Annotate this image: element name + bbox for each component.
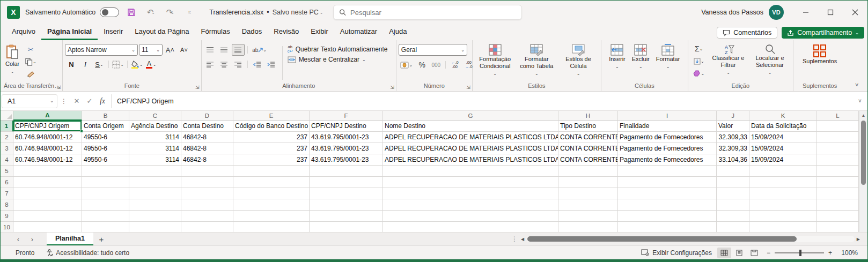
autosum-button[interactable]: Σ⌄ — [690, 43, 708, 55]
cell-I8[interactable] — [618, 199, 717, 211]
cell-G9[interactable] — [383, 211, 558, 222]
scroll-left-icon[interactable]: ◀ — [521, 237, 524, 242]
page-break-view-button[interactable] — [747, 248, 761, 258]
cell-K2[interactable]: 15/09/2024 — [749, 132, 817, 143]
row-header-9[interactable]: 9 — [1, 211, 13, 222]
cell-F10[interactable] — [310, 222, 383, 232]
save-button[interactable] — [124, 5, 138, 19]
cell-J8[interactable] — [717, 199, 749, 211]
tab-dados[interactable]: Dados — [236, 25, 268, 40]
cut-button[interactable]: ✂ — [24, 43, 37, 55]
cell-D3[interactable]: 46842-8 — [181, 143, 233, 154]
row-header-3[interactable]: 3 — [1, 143, 13, 154]
confirm-entry-button[interactable]: ✓ — [83, 95, 96, 108]
cell-D7[interactable] — [181, 188, 233, 199]
cell-J9[interactable] — [717, 211, 749, 222]
wrap-text-button[interactable]: abc↩ Quebrar Texto Automaticamente — [288, 45, 388, 54]
fill-button[interactable]: ⌄ — [690, 55, 708, 67]
column-header-J[interactable]: J — [717, 111, 749, 121]
decrease-font-button[interactable]: A˅ — [178, 44, 190, 56]
zoom-out-button[interactable]: − — [767, 249, 770, 257]
close-button[interactable] — [843, 1, 867, 24]
cell-H3[interactable]: CONTA CORRENTE — [558, 143, 618, 154]
cell-A3[interactable]: 60.746.948/0001-12 — [13, 143, 82, 154]
cell-A10[interactable] — [13, 222, 82, 232]
column-header-B[interactable]: B — [82, 111, 129, 121]
next-sheet-button[interactable]: › — [25, 235, 39, 243]
cell-F1[interactable]: CPF/CNPJ Destino — [310, 121, 383, 132]
page-layout-view-button[interactable] — [732, 248, 746, 258]
cell-I10[interactable] — [618, 222, 717, 232]
cell-L1[interactable] — [817, 121, 859, 132]
paste-button[interactable]: Colar ⌄ — [3, 42, 22, 77]
cell-B3[interactable]: 49550-6 — [82, 143, 129, 154]
cell-H7[interactable] — [558, 188, 618, 199]
vertical-scrollbar[interactable]: ▲ — [859, 111, 867, 232]
cell-L9[interactable] — [817, 211, 859, 222]
borders-button[interactable]: ⌄ — [112, 58, 124, 70]
zoom-level[interactable]: 100% — [837, 249, 858, 257]
cell-E2[interactable]: 237 — [233, 132, 310, 143]
cell-E8[interactable] — [233, 199, 310, 211]
collapse-ribbon-button[interactable]: ˅ — [855, 81, 858, 88]
align-middle-button[interactable] — [218, 44, 231, 56]
cell-F3[interactable]: 43.619.795/0001-23 — [310, 143, 383, 154]
cell-F8[interactable] — [310, 199, 383, 211]
horizontal-scroll-thumb[interactable] — [527, 236, 797, 242]
column-header-L[interactable]: L — [817, 111, 859, 121]
cell-J4[interactable]: 33.104,36 — [717, 154, 749, 166]
align-left-button[interactable] — [204, 58, 217, 70]
font-name-select[interactable]: Aptos Narrow⌄ — [65, 44, 138, 56]
cell-C6[interactable] — [129, 177, 181, 188]
cell-G10[interactable] — [383, 222, 558, 232]
clear-button[interactable]: ⌄ — [690, 68, 708, 79]
cell-G3[interactable]: ADPEL RECUPERACAO DE MATERIAIS PLASTICOS… — [383, 143, 558, 154]
number-dialog-launcher[interactable]: ⇲ — [466, 85, 470, 90]
cell-H1[interactable]: Tipo Destino — [558, 121, 618, 132]
scroll-up-icon[interactable]: ▲ — [862, 111, 866, 119]
customize-quick-access-button[interactable]: ⍨ — [182, 5, 196, 19]
sort-filter-button[interactable]: A Z Classificar e Filtrar ⌄ — [709, 42, 748, 78]
cell-H4[interactable]: CONTA CORRENTE — [558, 154, 618, 166]
name-box[interactable]: A1 ⌄ — [2, 94, 57, 108]
cell-K7[interactable] — [749, 188, 817, 199]
tab-revisão[interactable]: Revisão — [268, 25, 305, 40]
cell-L8[interactable] — [817, 199, 859, 211]
cell-B9[interactable] — [82, 211, 129, 222]
cell-E4[interactable]: 237 — [233, 154, 310, 166]
cell-G6[interactable] — [383, 177, 558, 188]
search-box[interactable] — [333, 5, 522, 20]
cell-A1[interactable]: CPF/CNPJ Origem — [13, 121, 82, 132]
cell-J1[interactable]: Valor — [717, 121, 749, 132]
tab-fórmulas[interactable]: Fórmulas — [195, 25, 236, 40]
sheet-tab-planilha1[interactable]: Planilha1 — [47, 233, 93, 246]
cell-B4[interactable]: 49550-6 — [82, 154, 129, 166]
cell-I2[interactable]: Pagamento de Fornecedores — [618, 132, 717, 143]
thousands-separator-button[interactable]: 000 — [430, 59, 443, 71]
cell-H10[interactable] — [558, 222, 618, 232]
cell-L7[interactable] — [817, 188, 859, 199]
cell-I4[interactable]: Pagamento de Fornecedores — [618, 154, 717, 166]
clipboard-dialog-launcher[interactable]: ⇲ — [56, 85, 61, 90]
cell-B6[interactable] — [82, 177, 129, 188]
find-select-button[interactable]: Localizar e Selecionar ⌄ — [749, 42, 790, 78]
align-bottom-button[interactable] — [232, 44, 245, 56]
cell-J3[interactable]: 32.309,33 — [717, 143, 749, 154]
cell-G8[interactable] — [383, 199, 558, 211]
cell-K5[interactable] — [749, 166, 817, 177]
cell-C5[interactable] — [129, 166, 181, 177]
cell-I5[interactable] — [618, 166, 717, 177]
cell-G2[interactable]: ADPEL RECUPERACAO DE MATERIAIS PLASTICOS… — [383, 132, 558, 143]
select-all-corner[interactable] — [1, 111, 13, 121]
cell-B5[interactable] — [82, 166, 129, 177]
row-header-5[interactable]: 5 — [1, 166, 13, 177]
align-top-button[interactable] — [204, 44, 217, 56]
orientation-button[interactable]: ab⌄ — [251, 44, 269, 56]
cell-I1[interactable]: Finalidade — [618, 121, 717, 132]
column-header-E[interactable]: E — [233, 111, 310, 121]
cell-L3[interactable] — [817, 143, 859, 154]
increase-decimal-button[interactable]: ←.0.00 — [448, 59, 461, 71]
conditional-formatting-button[interactable]: Formatação Condicional ⌄ — [475, 42, 516, 79]
cell-B2[interactable]: 49550-6 — [82, 132, 129, 143]
comments-button[interactable]: Comentários — [717, 27, 777, 39]
